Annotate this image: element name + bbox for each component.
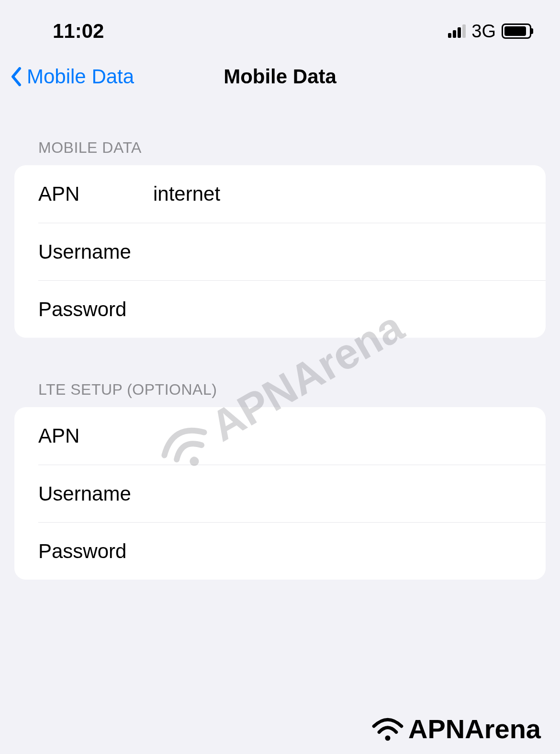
status-time: 11:02 <box>53 20 104 43</box>
section-header-lte-setup: LTE SETUP (OPTIONAL) <box>14 381 546 407</box>
back-button[interactable]: Mobile Data <box>10 65 134 88</box>
settings-group-mobile-data: APN Username Password <box>14 165 546 338</box>
back-button-label: Mobile Data <box>27 65 134 88</box>
username-input[interactable] <box>129 223 546 280</box>
apn-input[interactable] <box>153 165 546 223</box>
status-indicators: 3G <box>448 21 531 42</box>
settings-group-lte-setup: APN Username Password <box>14 407 546 580</box>
row-lte-password[interactable]: Password <box>38 522 546 580</box>
row-label-lte-apn: APN <box>38 424 153 447</box>
chevron-left-icon <box>10 67 23 86</box>
row-label-username: Username <box>38 240 129 263</box>
navigation-bar: Mobile Data Mobile Data <box>0 53 560 101</box>
section-header-mobile-data: MOBILE DATA <box>14 139 546 165</box>
lte-apn-input[interactable] <box>153 407 546 465</box>
page-title: Mobile Data <box>224 65 336 88</box>
row-label-apn: APN <box>38 183 153 206</box>
battery-icon <box>502 23 531 39</box>
row-lte-apn[interactable]: APN <box>14 407 546 465</box>
network-type-label: 3G <box>471 21 496 42</box>
row-label-lte-password: Password <box>38 540 129 563</box>
password-input[interactable] <box>129 281 546 338</box>
svg-point-1 <box>385 735 391 741</box>
row-password[interactable]: Password <box>38 280 546 338</box>
lte-password-input[interactable] <box>129 523 546 580</box>
row-username[interactable]: Username <box>38 223 546 280</box>
wifi-icon <box>371 716 404 742</box>
row-apn[interactable]: APN <box>14 165 546 223</box>
row-label-password: Password <box>38 298 129 321</box>
footer-logo: APNArena <box>371 713 541 744</box>
cellular-signal-icon <box>448 24 466 38</box>
row-lte-username[interactable]: Username <box>38 465 546 522</box>
lte-username-input[interactable] <box>129 465 546 522</box>
row-label-lte-username: Username <box>38 482 129 505</box>
status-bar: 11:02 3G <box>0 0 560 53</box>
footer-logo-text: APNArena <box>408 713 541 744</box>
